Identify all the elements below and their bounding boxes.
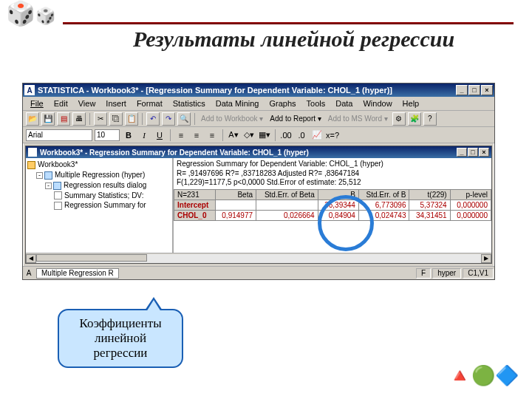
add-workbook-button[interactable]: Add to Workbook ▾	[199, 115, 265, 123]
col-stderr-beta[interactable]: Std.Err. of Beta	[256, 189, 318, 200]
window-title: STATISTICA - Workbook3* - [Regression Su…	[38, 86, 456, 95]
inner-maximize-button[interactable]: □	[468, 148, 478, 157]
decimal-dec-icon[interactable]: .0	[295, 129, 308, 142]
menu-insert[interactable]: Insert	[101, 98, 131, 109]
status-f: F	[416, 268, 431, 279]
separator	[142, 113, 143, 125]
statistica-window: A STATISTICA - Workbook3* - [Regression …	[22, 83, 495, 280]
paste-icon[interactable]: 📋	[125, 112, 138, 126]
n-cell: N=231	[174, 189, 216, 200]
menu-format[interactable]: Format	[132, 98, 167, 109]
align-center-icon[interactable]: ≡	[190, 129, 203, 142]
statusbar: A Multiple Regression R F hyper C1,V1	[23, 266, 494, 279]
col-t[interactable]: t(229)	[409, 189, 450, 200]
italic-button[interactable]: I	[137, 129, 151, 142]
col-beta[interactable]: Beta	[215, 189, 256, 200]
minimize-button[interactable]: _	[456, 85, 468, 95]
tree-item[interactable]: -Multiple Regression (hyper)	[36, 170, 171, 180]
regression-summary-text: Regression Summary for Dependent Variabl…	[174, 158, 491, 189]
tree-item[interactable]: -Regression results dialog	[45, 180, 171, 191]
font-color-icon[interactable]: A▾	[227, 129, 240, 142]
workbook-icon	[28, 148, 37, 157]
app-icon: A	[24, 85, 35, 95]
options-icon[interactable]: ⚙	[392, 112, 406, 126]
underline-button[interactable]: U	[153, 129, 166, 142]
font-select[interactable]	[26, 129, 92, 141]
open-icon[interactable]: 📂	[26, 112, 39, 126]
format-toolbar: B I U ≡ ≡ ≡ A▾ ◇▾ ▦▾ .00 .0 📈 x=?	[23, 127, 494, 143]
regression-table[interactable]: N=231 Beta Std.Err. of Beta B Std.Err. o…	[174, 189, 491, 221]
workbook-inner-window: Workbook3* - Regression Summary for Depe…	[25, 146, 492, 264]
inner-titlebar[interactable]: Workbook3* - Regression Summary for Depe…	[26, 146, 491, 158]
undo-icon[interactable]: ↶	[146, 112, 160, 126]
pdf-icon[interactable]: ▤	[57, 112, 70, 126]
print-icon[interactable]: 🖶	[72, 112, 86, 126]
separator	[222, 129, 223, 141]
menu-graphs[interactable]: Graphs	[265, 98, 300, 109]
align-right-icon[interactable]: ≡	[205, 129, 219, 142]
vars-icon[interactable]: x=?	[326, 129, 339, 142]
border-icon[interactable]: ▦▾	[258, 129, 271, 142]
menu-file[interactable]: File	[26, 98, 48, 109]
menubar: File Edit View Insert Format Statistics …	[23, 97, 494, 111]
inner-title: Workbook3* - Regression Summary for Depe…	[40, 149, 457, 157]
close-button[interactable]: ×	[481, 85, 493, 95]
titlebar[interactable]: A STATISTICA - Workbook3* - [Regression …	[23, 83, 494, 97]
slide-decor-dice: 🎲🎲	[6, 1, 55, 25]
menu-window[interactable]: Window	[358, 98, 396, 109]
col-stderr-b[interactable]: Std.Err. of B	[358, 189, 409, 200]
help-icon[interactable]: ?	[423, 112, 437, 126]
menu-view[interactable]: View	[74, 98, 100, 109]
menu-data[interactable]: Data	[331, 98, 357, 109]
decimal-inc-icon[interactable]: .00	[279, 129, 293, 142]
add-report-button[interactable]: Add to Report ▾	[267, 115, 323, 123]
redo-icon[interactable]: ↷	[162, 112, 175, 126]
separator	[89, 113, 90, 125]
workbook-tree[interactable]: Workbook3* -Multiple Regression (hyper) …	[26, 158, 174, 253]
menu-statistics[interactable]: Statistics	[168, 98, 210, 109]
statusbar-icon: A	[23, 269, 35, 277]
tree-item[interactable]: Summary Statistics; DV:	[54, 191, 171, 201]
status-hyper: hyper	[432, 268, 461, 279]
menu-tools[interactable]: Tools	[302, 98, 330, 109]
fill-color-icon[interactable]: ◇▾	[242, 129, 256, 142]
scroll-thumb[interactable]	[36, 254, 147, 262]
annotation-callout: Коэффициенты линейной регрессии	[58, 309, 183, 368]
add-word-button[interactable]: Add to MS Word ▾	[326, 115, 390, 123]
menu-edit[interactable]: Edit	[50, 98, 72, 109]
table-row: Intercept 36,39344 6,773096 5,37324 0,00…	[174, 200, 491, 210]
tree-item[interactable]: Regression Summary for	[54, 200, 171, 211]
menu-help[interactable]: Help	[398, 98, 424, 109]
status-cell: C1,V1	[463, 268, 494, 279]
scroll-track[interactable]	[36, 254, 481, 263]
save-icon[interactable]: 💾	[41, 112, 55, 126]
col-b[interactable]: B	[318, 189, 358, 200]
separator	[275, 129, 276, 141]
bold-button[interactable]: B	[122, 129, 135, 142]
maximize-button[interactable]: □	[468, 85, 480, 95]
separator	[170, 129, 171, 141]
table-row: CHOL_0 0,914977 0,026664 0,84904 0,02474…	[174, 210, 491, 220]
cut-icon[interactable]: ✂	[94, 112, 107, 126]
status-tab[interactable]: Multiple Regression R	[36, 268, 119, 279]
main-toolbar: 📂 💾 ▤ 🖶 ✂ ⿻ 📋 ↶ ↷ 🔍 Add to Workbook ▾ Ad…	[23, 111, 494, 127]
slide-decor-shapes: 🔺🟢🔷	[448, 364, 519, 387]
fontsize-select[interactable]	[95, 129, 120, 141]
separator	[194, 113, 195, 125]
macro-icon[interactable]: 🧩	[408, 112, 421, 126]
copy-icon[interactable]: ⿻	[109, 112, 123, 126]
tree-item[interactable]: Workbook3*	[27, 160, 171, 170]
slide-divider	[63, 22, 514, 24]
scroll-right-icon[interactable]: ▶	[481, 254, 491, 263]
align-left-icon[interactable]: ≡	[174, 129, 188, 142]
horizontal-scrollbar[interactable]: ◀ ▶	[26, 253, 491, 263]
find-icon[interactable]: 🔍	[177, 112, 191, 126]
chart-icon[interactable]: 📈	[310, 129, 324, 142]
scroll-left-icon[interactable]: ◀	[26, 254, 36, 263]
col-plevel[interactable]: p-level	[450, 189, 491, 200]
results-pane: Regression Summary for Dependent Variabl…	[174, 158, 491, 253]
menu-datamining[interactable]: Data Mining	[211, 98, 264, 109]
inner-minimize-button[interactable]: _	[457, 148, 467, 157]
inner-close-button[interactable]: ×	[479, 148, 489, 157]
slide-title: Результаты линейной регрессии	[74, 27, 514, 52]
